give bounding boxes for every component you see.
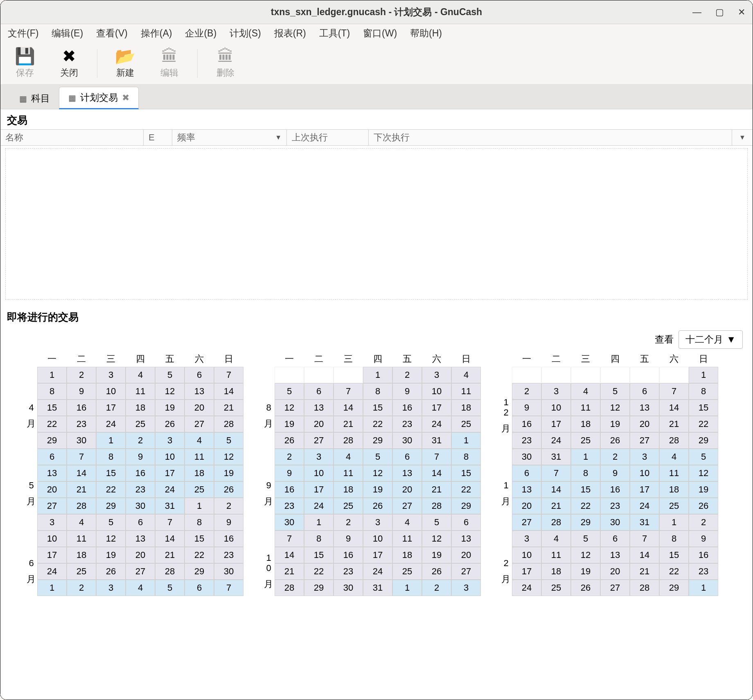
calendar-day-cell[interactable]: 21 bbox=[214, 400, 243, 416]
col-menu[interactable]: ▼ bbox=[732, 130, 753, 145]
calendar-day-cell[interactable]: 18 bbox=[334, 481, 363, 498]
calendar-day-cell[interactable]: 22 bbox=[659, 563, 689, 580]
calendar-day-cell[interactable]: 9 bbox=[512, 400, 541, 416]
calendar-day-cell[interactable]: 4 bbox=[571, 383, 600, 400]
calendar-day-cell[interactable]: 3 bbox=[630, 449, 659, 465]
calendar-day-cell[interactable]: 30 bbox=[600, 514, 630, 531]
calendar-day-cell[interactable]: 7 bbox=[659, 383, 689, 400]
calendar-day-cell[interactable]: 22 bbox=[571, 498, 600, 514]
calendar-day-cell[interactable]: 14 bbox=[155, 531, 185, 547]
calendar-day-cell[interactable]: 21 bbox=[422, 481, 451, 498]
col-last[interactable]: 上次执行 bbox=[287, 130, 369, 145]
calendar-day-cell[interactable]: 29 bbox=[37, 432, 67, 449]
calendar-day-cell[interactable]: 26 bbox=[363, 498, 392, 514]
menu-reports[interactable]: 报表(R) bbox=[272, 26, 309, 41]
calendar-day-cell[interactable]: 8 bbox=[689, 383, 718, 400]
calendar-day-cell[interactable]: 15 bbox=[571, 481, 600, 498]
tab-scheduled[interactable]: ▦ 计划交易 ✖ bbox=[59, 87, 139, 109]
calendar-day-cell[interactable]: 10 bbox=[304, 465, 334, 481]
calendar-day-cell[interactable]: 15 bbox=[451, 465, 481, 481]
calendar-day-cell[interactable]: 7 bbox=[155, 514, 185, 531]
calendar-day-cell[interactable]: 10 bbox=[155, 449, 185, 465]
menu-view[interactable]: 查看(V) bbox=[94, 26, 130, 41]
calendar-day-cell[interactable]: 3 bbox=[155, 432, 185, 449]
calendar-day-cell[interactable]: 25 bbox=[392, 563, 422, 580]
calendar-day-cell[interactable]: 13 bbox=[185, 383, 214, 400]
calendar-day-cell[interactable]: 4 bbox=[126, 580, 155, 596]
calendar-day-cell[interactable]: 18 bbox=[541, 563, 571, 580]
calendar-day-cell[interactable]: 6 bbox=[512, 465, 541, 481]
calendar-day-cell[interactable]: 27 bbox=[304, 432, 334, 449]
calendar-day-cell[interactable]: 19 bbox=[214, 465, 243, 481]
calendar-day-cell[interactable]: 24 bbox=[630, 498, 659, 514]
calendar-day-cell[interactable]: 13 bbox=[630, 400, 659, 416]
calendar-day-cell[interactable]: 14 bbox=[541, 481, 571, 498]
calendar-day-cell[interactable]: 1 bbox=[392, 580, 422, 596]
new-button[interactable]: 📂 新建 bbox=[109, 48, 142, 79]
calendar-day-cell[interactable]: 21 bbox=[659, 416, 689, 432]
calendar-day-cell[interactable]: 9 bbox=[214, 514, 243, 531]
calendar-day-cell[interactable]: 28 bbox=[275, 580, 304, 596]
calendar-day-cell[interactable]: 27 bbox=[392, 498, 422, 514]
calendar-day-cell[interactable]: 10 bbox=[541, 400, 571, 416]
calendar-day-cell[interactable]: 5 bbox=[363, 449, 392, 465]
calendar-day-cell[interactable]: 23 bbox=[214, 547, 243, 563]
calendar-day-cell[interactable]: 8 bbox=[185, 514, 214, 531]
col-name[interactable]: 名称 bbox=[0, 130, 144, 145]
tab-accounts[interactable]: ▦ 科目 bbox=[10, 88, 59, 109]
calendar-day-cell[interactable]: 26 bbox=[571, 580, 600, 596]
calendar-day-cell[interactable]: 18 bbox=[126, 400, 155, 416]
calendar-day-cell[interactable]: 21 bbox=[275, 563, 304, 580]
col-freq[interactable]: 频率▼ bbox=[172, 130, 287, 145]
calendar-day-cell[interactable]: 17 bbox=[363, 547, 392, 563]
calendar-day-cell[interactable]: 14 bbox=[334, 400, 363, 416]
calendar-day-cell[interactable]: 1 bbox=[363, 367, 392, 383]
calendar-day-cell[interactable]: 11 bbox=[185, 449, 214, 465]
calendar-day-cell[interactable]: 5 bbox=[422, 514, 451, 531]
calendar-day-cell[interactable]: 13 bbox=[392, 465, 422, 481]
tab-close-icon[interactable]: ✖ bbox=[122, 93, 129, 103]
calendar-day-cell[interactable]: 23 bbox=[689, 563, 718, 580]
calendar-day-cell[interactable]: 27 bbox=[600, 580, 630, 596]
calendar-day-cell[interactable]: 22 bbox=[185, 547, 214, 563]
calendar-day-cell[interactable]: 20 bbox=[37, 481, 67, 498]
calendar-day-cell[interactable]: 13 bbox=[451, 531, 481, 547]
calendar-day-cell[interactable]: 8 bbox=[451, 449, 481, 465]
calendar-day-cell[interactable]: 1 bbox=[304, 514, 334, 531]
calendar-day-cell[interactable]: 27 bbox=[512, 514, 541, 531]
calendar-day-cell[interactable]: 2 bbox=[600, 449, 630, 465]
calendar-day-cell[interactable]: 11 bbox=[126, 383, 155, 400]
calendar-day-cell[interactable]: 30 bbox=[392, 432, 422, 449]
calendar-day-cell[interactable]: 25 bbox=[451, 416, 481, 432]
calendar-day-cell[interactable]: 5 bbox=[155, 367, 185, 383]
calendar-day-cell[interactable]: 26 bbox=[155, 416, 185, 432]
calendar-day-cell[interactable]: 14 bbox=[214, 383, 243, 400]
calendar-day-cell[interactable]: 1 bbox=[689, 367, 718, 383]
calendar-day-cell[interactable]: 6 bbox=[392, 449, 422, 465]
calendar-day-cell[interactable]: 16 bbox=[67, 400, 96, 416]
calendar-day-cell[interactable]: 26 bbox=[689, 498, 718, 514]
calendar-day-cell[interactable]: 3 bbox=[451, 580, 481, 596]
calendar-day-cell[interactable]: 25 bbox=[541, 580, 571, 596]
table-body[interactable] bbox=[5, 148, 748, 300]
calendar-day-cell[interactable]: 17 bbox=[630, 481, 659, 498]
calendar-day-cell[interactable]: 19 bbox=[96, 547, 126, 563]
calendar-day-cell[interactable]: 22 bbox=[689, 416, 718, 432]
calendar-day-cell[interactable]: 23 bbox=[126, 481, 155, 498]
calendar-day-cell[interactable]: 5 bbox=[275, 383, 304, 400]
calendar-day-cell[interactable]: 27 bbox=[630, 432, 659, 449]
calendar-day-cell[interactable]: 15 bbox=[185, 531, 214, 547]
calendar-day-cell[interactable]: 3 bbox=[37, 514, 67, 531]
calendar-day-cell[interactable]: 23 bbox=[392, 416, 422, 432]
calendar-day-cell[interactable]: 28 bbox=[541, 514, 571, 531]
calendar-day-cell[interactable]: 16 bbox=[512, 416, 541, 432]
calendar-day-cell[interactable]: 22 bbox=[304, 563, 334, 580]
calendar-day-cell[interactable]: 9 bbox=[600, 465, 630, 481]
calendar-day-cell[interactable]: 18 bbox=[571, 416, 600, 432]
calendar-day-cell[interactable]: 14 bbox=[275, 547, 304, 563]
calendar-day-cell[interactable]: 3 bbox=[541, 383, 571, 400]
calendar-day-cell[interactable]: 5 bbox=[155, 580, 185, 596]
calendar-day-cell[interactable]: 31 bbox=[155, 498, 185, 514]
menu-scheduled[interactable]: 计划(S) bbox=[227, 26, 264, 41]
calendar-day-cell[interactable]: 1 bbox=[571, 449, 600, 465]
